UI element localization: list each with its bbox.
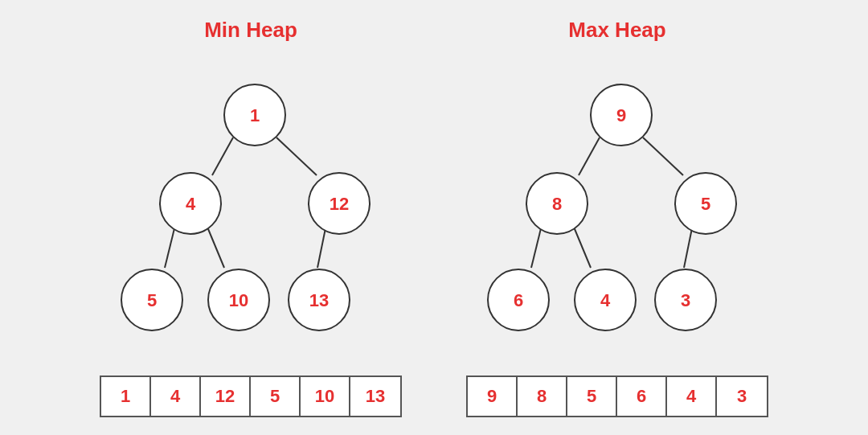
min-cell-4: 10 — [301, 377, 350, 416]
min-heap-section: Min Heap — [100, 18, 402, 417]
edge-root-r — [643, 137, 683, 175]
min-node-rl-label: 13 — [309, 290, 329, 310]
min-cell-1: 4 — [151, 377, 201, 416]
min-node-r-label: 12 — [330, 194, 349, 214]
min-cell-3: 5 — [251, 377, 301, 416]
edge-root-l — [579, 137, 600, 175]
min-node-root-label: 1 — [250, 105, 260, 125]
min-heap-array: 1 4 12 5 10 13 — [100, 375, 402, 417]
max-heap-array: 9 8 5 6 4 3 — [466, 375, 768, 417]
max-node-root-label: 9 — [616, 105, 626, 125]
max-heap-section: Max Heap 9 8 5 — [466, 18, 768, 417]
edge-l-lr — [207, 225, 224, 268]
max-cell-4: 4 — [667, 377, 717, 416]
max-heap-tree: 9 8 5 6 4 3 — [493, 67, 742, 359]
max-cell-1: 8 — [518, 377, 567, 416]
max-heap-title: Max Heap — [568, 18, 665, 43]
max-node-rl-label: 3 — [681, 290, 690, 310]
max-heap-svg: 9 8 5 6 4 3 — [493, 67, 742, 356]
min-heap-svg: 1 4 12 5 10 13 — [126, 67, 375, 356]
min-node-ll-label: 5 — [147, 290, 157, 310]
min-cell-5: 13 — [350, 377, 400, 416]
min-heap-title: Min Heap — [204, 18, 297, 43]
edge-root-l — [212, 137, 233, 175]
edge-l-lr — [573, 225, 591, 268]
min-node-lr-label: 10 — [229, 290, 248, 310]
edge-root-r — [276, 137, 317, 175]
max-cell-5: 3 — [717, 377, 767, 416]
max-cell-3: 6 — [617, 377, 667, 416]
min-heap-tree: 1 4 12 5 10 13 — [126, 67, 375, 359]
min-node-l-label: 4 — [186, 194, 196, 214]
max-cell-2: 5 — [567, 377, 617, 416]
max-node-lr-label: 4 — [600, 290, 611, 310]
max-node-ll-label: 6 — [514, 290, 523, 310]
main-container: Min Heap — [68, 2, 800, 433]
max-cell-0: 9 — [468, 377, 518, 416]
max-node-l-label: 8 — [552, 194, 562, 214]
max-node-r-label: 5 — [701, 194, 710, 214]
min-cell-0: 1 — [101, 377, 151, 416]
min-cell-2: 12 — [201, 377, 251, 416]
